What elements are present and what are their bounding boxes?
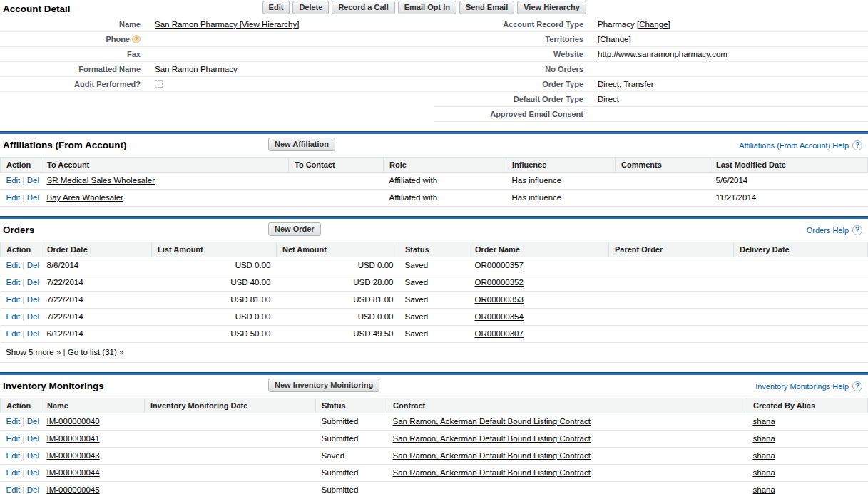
del-link[interactable]: Del	[27, 468, 39, 477]
record-link[interactable]: shana	[753, 417, 775, 426]
edit-link[interactable]: Edit	[6, 485, 21, 494]
record-link[interactable]: San Ramon, Ackerman Default Bound Listin…	[393, 434, 591, 443]
table-cell: Submitted	[316, 413, 387, 431]
record-link[interactable]: shana	[753, 485, 775, 494]
record-link[interactable]: shana	[753, 468, 775, 477]
field-value-link[interactable]: San Ramon Pharmacy [View Hierarchy]	[155, 20, 299, 29]
record-link[interactable]: OR00000354	[475, 312, 524, 321]
table-cell: OR00000353	[469, 292, 609, 309]
edit-link[interactable]: Edit	[6, 295, 21, 304]
section-help-link[interactable]: Affiliations (From Account) Help	[739, 141, 849, 150]
record-link[interactable]: OR00000353	[475, 295, 524, 304]
column-header: Action	[1, 398, 41, 413]
column-header: Delivery Date	[734, 242, 868, 257]
help-icon[interactable]: ?	[852, 381, 862, 391]
field-value-link[interactable]: [Change]	[637, 20, 670, 29]
table-cell: Saved	[399, 292, 469, 309]
detail-button-email-opt-in[interactable]: Email Opt In	[398, 1, 456, 14]
table-cell	[734, 309, 868, 326]
footer-link[interactable]: Show 5 more »	[6, 348, 61, 356]
record-link[interactable]: IM-000000043	[47, 451, 100, 460]
record-link[interactable]: shana	[753, 434, 775, 443]
detail-button-record-a-call[interactable]: Record a Call	[332, 1, 394, 14]
footer-link[interactable]: Go to list (31) »	[68, 348, 124, 356]
record-link[interactable]: OR00000352	[475, 278, 524, 287]
record-link[interactable]: San Ramon, Ackerman Default Bound Listin…	[393, 451, 591, 460]
del-link[interactable]: Del	[27, 193, 39, 202]
detail-button-delete[interactable]: Delete	[292, 1, 329, 14]
table-cell: OR00000357	[469, 257, 609, 274]
edit-link[interactable]: Edit	[6, 451, 21, 460]
del-link[interactable]: Del	[27, 278, 39, 287]
detail-button-send-email[interactable]: Send Email	[459, 1, 514, 14]
field-label: Order Type	[434, 80, 591, 88]
action-separator: |	[20, 261, 26, 269]
action-separator: |	[20, 485, 26, 494]
edit-link[interactable]: Edit	[6, 193, 21, 202]
record-link[interactable]: San Ramon, Ackerman Default Bound Listin…	[393, 417, 591, 426]
field-value-link[interactable]: http://www.sanramonpharmacy.com	[598, 50, 727, 58]
record-link[interactable]: San Ramon, Ackerman Default Bound Listin…	[393, 468, 591, 477]
edit-link[interactable]: Edit	[6, 261, 21, 269]
checkbox-unchecked-icon[interactable]	[155, 80, 163, 88]
table-row: Edit | DelBay Area WholesalerAffiliated …	[1, 190, 868, 207]
del-link[interactable]: Del	[27, 417, 39, 426]
del-link[interactable]: Del	[27, 485, 39, 494]
del-link[interactable]: Del	[27, 295, 39, 304]
record-link[interactable]: IM-000000044	[47, 468, 100, 477]
field-label-text: Audit Performed?	[74, 80, 141, 88]
field-label: Fax	[0, 50, 148, 58]
field-value-text: San Ramon Pharmacy	[155, 65, 238, 73]
del-link[interactable]: Del	[27, 312, 39, 321]
table-cell: 5/6/2014	[710, 173, 868, 190]
field-value: [Change]	[591, 35, 631, 43]
field-help-icon[interactable]: ?	[132, 35, 141, 43]
detail-button-view-hierarchy[interactable]: View Hierarchy	[517, 1, 586, 14]
detail-field-grid: NameSan Ramon Pharmacy [View Hierarchy]P…	[0, 17, 868, 122]
edit-link[interactable]: Edit	[6, 278, 21, 287]
help-icon[interactable]: ?	[852, 140, 862, 150]
edit-link[interactable]: Edit	[6, 434, 21, 443]
table-cell: San Ramon, Ackerman Default Bound Listin…	[387, 465, 747, 482]
table-cell: USD 28.00	[277, 274, 399, 292]
related-list-0: Affiliations (From Account)New Affiliati…	[0, 131, 868, 207]
record-link[interactable]: IM-000000045	[47, 485, 100, 494]
edit-link[interactable]: Edit	[6, 329, 21, 338]
table-row: Edit | DelIM-000000041SubmittedSan Ramon…	[1, 431, 868, 448]
table-cell	[145, 413, 316, 431]
record-link[interactable]: Bay Area Wholesaler	[47, 193, 123, 202]
field-label-text: Approved Email Consent	[490, 110, 583, 118]
new-record-button[interactable]: New Inventory Moinitoring	[268, 379, 379, 392]
edit-link[interactable]: Edit	[6, 417, 21, 426]
field-row: No Orders	[434, 62, 868, 77]
detail-button-edit[interactable]: Edit	[262, 1, 290, 14]
del-link[interactable]: Del	[27, 434, 39, 443]
del-link[interactable]: Del	[27, 329, 39, 338]
edit-link[interactable]: Edit	[6, 468, 21, 477]
new-record-button[interactable]: New Order	[268, 222, 321, 236]
field-value-link[interactable]: [Change]	[598, 35, 631, 43]
edit-link[interactable]: Edit	[6, 176, 21, 185]
del-link[interactable]: Del	[27, 261, 39, 269]
help-icon[interactable]: ?	[852, 225, 862, 235]
record-link[interactable]: OR00000307	[475, 329, 524, 338]
edit-link[interactable]: Edit	[6, 312, 21, 321]
table-cell: San Ramon, Ackerman Default Bound Listin…	[387, 413, 747, 431]
table-row: Edit | DelIM-000000040SubmittedSan Ramon…	[1, 413, 868, 431]
del-link[interactable]: Del	[27, 176, 39, 185]
column-header: Action	[1, 242, 41, 257]
record-link[interactable]: IM-000000040	[47, 417, 100, 426]
record-link[interactable]: IM-000000041	[47, 434, 100, 443]
del-link[interactable]: Del	[27, 451, 39, 460]
new-record-button[interactable]: New Affiliation	[268, 138, 335, 151]
section-help-link[interactable]: Inventory Monitorings Help	[755, 382, 849, 391]
field-label: Territories	[434, 35, 591, 43]
section-help: Affiliations (From Account) Help?	[739, 140, 865, 150]
action-separator: |	[20, 468, 26, 477]
section-help-link[interactable]: Orders Help	[807, 226, 849, 235]
record-link[interactable]: shana	[753, 451, 775, 460]
table-cell: Affiliated with	[384, 173, 506, 190]
table-cell: 6/12/2014	[41, 326, 152, 343]
record-link[interactable]: OR00000357	[475, 261, 524, 269]
record-link[interactable]: SR Medical Sales Wholesaler	[47, 176, 155, 185]
